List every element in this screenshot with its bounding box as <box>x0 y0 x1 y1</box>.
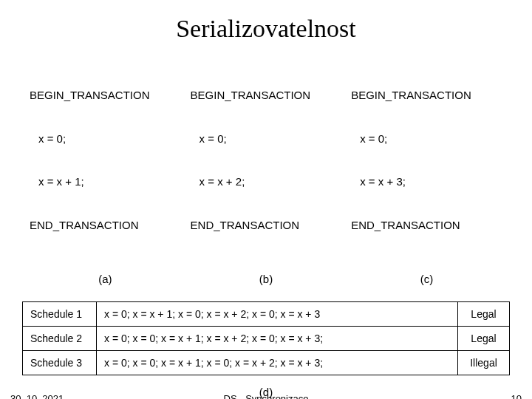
tx-line: x = 0; <box>30 132 181 146</box>
label-a: (a) <box>30 273 181 285</box>
schedule-ops: x = 0; x = 0; x = x + 1; x = 0; x = x + … <box>97 351 458 375</box>
tx-end: END_TRANSACTION <box>351 218 502 233</box>
schedule-name: Schedule 3 <box>23 351 97 375</box>
table-row: Schedule 3 x = 0; x = 0; x = x + 1; x = … <box>23 351 510 375</box>
tx-line: x = x + 3; <box>351 174 502 189</box>
transactions-row: BEGIN_TRANSACTION x = 0; x = x + 1; END_… <box>0 59 532 261</box>
schedule-name: Schedule 1 <box>23 302 97 327</box>
table-row: Schedule 2 x = 0; x = 0; x = x + 1; x = … <box>23 327 510 351</box>
page-title: Serializovatelnost <box>0 15 532 43</box>
schedule-result: Illegal <box>458 351 510 375</box>
tx-end: END_TRANSACTION <box>191 218 342 233</box>
table-row: Schedule 1 x = 0; x = x + 1; x = 0; x = … <box>23 302 510 327</box>
schedule-result: Legal <box>458 302 510 327</box>
schedule-ops: x = 0; x = x + 1; x = 0; x = x + 2; x = … <box>97 302 458 327</box>
footer-page-number: 10 <box>511 393 522 399</box>
schedule-name: Schedule 2 <box>23 327 97 351</box>
transaction-b: BEGIN_TRANSACTION x = 0; x = x + 2; END_… <box>191 59 342 261</box>
tx-labels-row: (a) (b) (c) <box>0 273 532 285</box>
tx-line: x = 0; <box>351 132 502 146</box>
schedules-table: Schedule 1 x = 0; x = x + 1; x = 0; x = … <box>22 301 510 375</box>
schedule-result: Legal <box>458 327 510 351</box>
tx-begin: BEGIN_TRANSACTION <box>351 88 502 103</box>
label-c: (c) <box>351 273 502 285</box>
footer-date: 30. 10. 2021 <box>10 393 64 399</box>
transaction-c: BEGIN_TRANSACTION x = 0; x = x + 3; END_… <box>351 59 502 261</box>
label-b: (b) <box>191 273 342 285</box>
tx-begin: BEGIN_TRANSACTION <box>191 88 342 103</box>
tx-line: x = 0; <box>191 132 342 146</box>
schedule-ops: x = 0; x = 0; x = x + 1; x = x + 2; x = … <box>97 327 458 351</box>
footer-mid: DS - Synchronizace <box>224 393 309 399</box>
tx-line: x = x + 1; <box>30 174 181 189</box>
tx-begin: BEGIN_TRANSACTION <box>30 88 181 103</box>
tx-end: END_TRANSACTION <box>30 218 181 233</box>
transaction-a: BEGIN_TRANSACTION x = 0; x = x + 1; END_… <box>30 59 181 261</box>
tx-line: x = x + 2; <box>191 174 342 189</box>
